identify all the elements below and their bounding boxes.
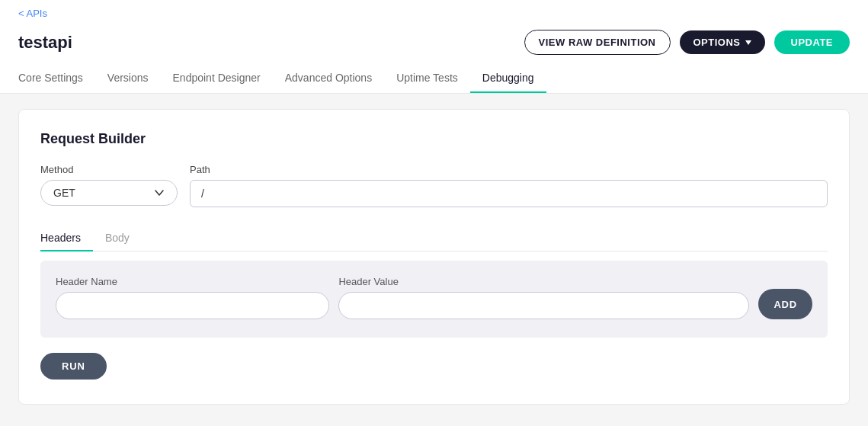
form-row: Method GET Path <box>40 164 828 207</box>
options-label: OPTIONS <box>693 37 741 48</box>
chevron-down-icon <box>154 187 165 198</box>
tab-headers[interactable]: Headers <box>40 226 93 251</box>
options-button[interactable]: OPTIONS <box>680 30 765 54</box>
run-button[interactable]: RUN <box>40 353 107 380</box>
view-raw-button[interactable]: VIEW RAW DEFINITION <box>524 30 671 55</box>
header-name-group: Header Name <box>56 276 329 319</box>
tab-endpoint-designer[interactable]: Endpoint Designer <box>161 64 273 93</box>
tab-body[interactable]: Body <box>93 226 142 251</box>
sub-tabs: Headers Body <box>40 226 828 251</box>
path-group: Path <box>190 164 828 207</box>
nav-tabs: Core Settings Versions Endpoint Designer… <box>18 64 850 93</box>
header-name-input[interactable] <box>56 292 329 319</box>
header-name-label: Header Name <box>56 276 329 287</box>
tab-debugging[interactable]: Debugging <box>470 64 546 93</box>
tab-core-settings[interactable]: Core Settings <box>18 64 95 93</box>
method-value: GET <box>53 187 75 199</box>
update-button[interactable]: UPDATE <box>774 30 850 54</box>
tab-uptime-tests[interactable]: Uptime Tests <box>384 64 470 93</box>
method-group: Method GET <box>40 164 178 206</box>
api-title: testapi <box>18 33 72 53</box>
path-label: Path <box>190 164 828 175</box>
header-value-input[interactable] <box>338 292 749 319</box>
headers-section: Header Name Header Value ADD <box>40 261 828 338</box>
header-actions: VIEW RAW DEFINITION OPTIONS UPDATE <box>524 30 850 55</box>
header-fields: Header Name Header Value ADD <box>56 276 812 319</box>
request-builder-card: Request Builder Method GET Path Headers … <box>18 109 850 405</box>
header-value-group: Header Value <box>338 276 749 319</box>
header-row: testapi VIEW RAW DEFINITION OPTIONS UPDA… <box>18 24 850 64</box>
main-content: Request Builder Method GET Path Headers … <box>0 94 868 421</box>
back-link[interactable]: < APIs <box>18 0 47 24</box>
add-button[interactable]: ADD <box>758 289 812 319</box>
tab-advanced-options[interactable]: Advanced Options <box>273 64 384 93</box>
method-label: Method <box>40 164 178 175</box>
path-input[interactable] <box>190 180 828 207</box>
top-bar: < APIs testapi VIEW RAW DEFINITION OPTIO… <box>0 0 868 94</box>
header-value-label: Header Value <box>338 276 749 287</box>
tab-versions[interactable]: Versions <box>95 64 161 93</box>
chevron-down-icon <box>745 40 751 45</box>
sub-tabs-wrapper: Headers Body <box>40 226 828 251</box>
run-row: RUN <box>40 353 828 380</box>
card-title: Request Builder <box>40 131 828 147</box>
method-select[interactable]: GET <box>40 180 178 206</box>
